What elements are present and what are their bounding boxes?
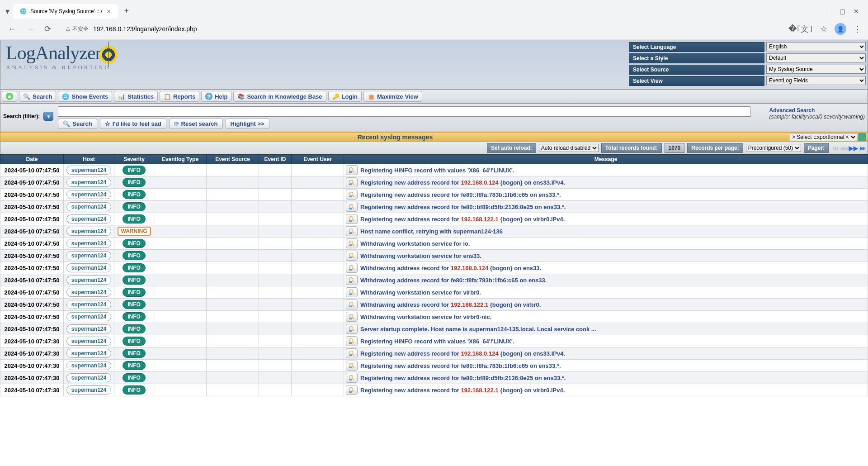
message-text[interactable]: Host name conflict, retrying with superm… (360, 228, 503, 235)
message-text[interactable]: Withdrawing workstation service for ens3… (360, 252, 481, 259)
col-severity[interactable]: Severity (114, 155, 154, 164)
language-select[interactable]: English (766, 42, 866, 51)
message-detail-icon[interactable] (346, 287, 358, 297)
severity-pill[interactable]: INFO (123, 239, 146, 248)
search-button[interactable]: 🔍Search (58, 119, 97, 129)
filter-toggle-button[interactable]: ▼ (43, 112, 53, 121)
severity-pill[interactable]: INFO (123, 288, 146, 297)
message-text[interactable]: Registering new address record for 192.1… (360, 387, 565, 394)
advanced-search-link[interactable]: Advanced Search (769, 107, 865, 114)
host-pill[interactable]: superman124 (66, 349, 111, 358)
menu-login[interactable]: 🔑Login (328, 91, 362, 102)
message-detail-icon[interactable] (346, 275, 358, 285)
message-detail-icon[interactable] (346, 373, 358, 383)
message-text[interactable]: Registering new address record for fe80:… (360, 204, 566, 210)
message-text[interactable]: Registering new address record for 192.1… (360, 350, 565, 357)
message-detail-icon[interactable] (346, 190, 358, 200)
host-pill[interactable]: superman124 (66, 300, 111, 309)
logo[interactable]: LogAnalyzer ANALYSIS & REPORTING (0, 40, 123, 73)
search-input[interactable] (58, 106, 750, 117)
host-pill[interactable]: superman124 (66, 190, 111, 199)
url-input[interactable]: ⚠ 不安全 192.168.0.123/loganalyzer/index.ph… (59, 23, 240, 36)
host-pill[interactable]: superman124 (66, 312, 111, 321)
severity-pill[interactable]: INFO (123, 276, 146, 285)
maximize-button[interactable]: ▢ (840, 8, 845, 15)
severity-pill[interactable]: INFO (123, 214, 146, 223)
host-pill[interactable]: superman124 (66, 178, 111, 187)
host-pill[interactable]: superman124 (66, 214, 111, 223)
pager-last-button[interactable]: ⏭ (859, 144, 867, 152)
severity-pill[interactable]: INFO (123, 385, 146, 395)
host-pill[interactable]: superman124 (66, 288, 111, 297)
message-text[interactable]: Withdrawing workstation service for lo. (360, 240, 470, 247)
bookmark-icon[interactable]: ☆ (820, 24, 827, 34)
menu-maximize[interactable]: ▣Maximize View (363, 91, 422, 102)
export-button[interactable] (858, 133, 866, 141)
message-detail-icon[interactable] (346, 336, 358, 346)
message-detail-icon[interactable] (346, 238, 358, 248)
insecure-icon[interactable]: ⚠ 不安全 (66, 25, 89, 33)
message-text[interactable]: Registering HINFO record with values 'X8… (360, 338, 514, 345)
col-eventlog-type[interactable]: Eventlog Type (154, 155, 207, 164)
message-text[interactable]: Withdrawing workstation service for virb… (360, 314, 491, 320)
feel-sad-button[interactable]: ☆I'd like to feel sad (100, 119, 166, 129)
message-text[interactable]: Registering HINFO record with values 'X8… (360, 167, 514, 174)
col-date[interactable]: Date (0, 155, 64, 164)
severity-pill[interactable]: INFO (123, 337, 146, 346)
status-button[interactable]: ● (2, 91, 17, 102)
highlight-button[interactable]: Highlight >> (226, 119, 269, 129)
severity-pill[interactable]: INFO (123, 300, 146, 309)
style-select[interactable]: Default (766, 53, 866, 62)
browser-tab[interactable]: 🌐 Source 'My Syslog Source' :: / × (13, 4, 118, 19)
message-detail-icon[interactable] (346, 263, 358, 273)
view-select[interactable]: EventLog Fields (766, 76, 866, 85)
new-tab-button[interactable]: + (120, 4, 134, 19)
menu-help[interactable]: ?Help (201, 91, 231, 102)
host-pill[interactable]: superman124 (66, 385, 111, 395)
message-detail-icon[interactable] (346, 251, 358, 261)
severity-pill[interactable]: INFO (123, 312, 146, 321)
translate-icon[interactable]: �｢文｣ (788, 24, 813, 34)
menu-reports[interactable]: 📋Reports (160, 91, 199, 102)
menu-statistics[interactable]: 📊Statistics (114, 91, 158, 102)
message-text[interactable]: Registering new address record for fe80:… (360, 375, 566, 381)
message-text[interactable]: Withdrawing address record for 192.168.0… (360, 265, 541, 271)
host-pill[interactable]: superman124 (66, 202, 111, 211)
source-select[interactable]: My Syslog Source (766, 65, 866, 74)
minimize-button[interactable]: — (825, 8, 831, 15)
message-detail-icon[interactable] (346, 385, 358, 395)
export-select[interactable]: > Select Exportformat < (790, 133, 857, 141)
message-detail-icon[interactable] (346, 324, 358, 334)
message-text[interactable]: Withdrawing workstation service for virb… (360, 289, 481, 296)
host-pill[interactable]: superman124 (66, 276, 111, 285)
menu-show-events[interactable]: 🌐Show Events (58, 91, 112, 102)
tab-list-button[interactable]: ▾ (4, 5, 11, 18)
severity-pill[interactable]: INFO (123, 324, 146, 333)
message-text[interactable]: Registering new address record for 192.1… (360, 216, 565, 223)
host-pill[interactable]: superman124 (66, 337, 111, 346)
host-pill[interactable]: superman124 (66, 263, 111, 272)
message-detail-icon[interactable] (346, 312, 358, 322)
pager-next-button[interactable]: ▶▶ (849, 144, 858, 152)
col-message[interactable]: Message (344, 155, 868, 164)
profile-button[interactable]: 👤 (835, 23, 846, 35)
menu-search[interactable]: 🔍Search (19, 91, 56, 102)
severity-pill[interactable]: INFO (123, 349, 146, 358)
host-pill[interactable]: superman124 (66, 324, 111, 333)
message-text[interactable]: Registering new address record for 192.1… (360, 179, 565, 186)
message-text[interactable]: Withdrawing address record for fe80::f8f… (360, 277, 547, 284)
severity-pill[interactable]: INFO (123, 166, 146, 175)
severity-pill[interactable]: INFO (123, 202, 146, 211)
back-button[interactable]: ← (6, 23, 18, 36)
auto-reload-select[interactable]: Auto reload disabled (539, 144, 599, 152)
severity-pill[interactable]: INFO (123, 251, 146, 260)
col-event-user[interactable]: Event User (292, 155, 344, 164)
host-pill[interactable]: superman124 (66, 251, 111, 260)
severity-pill[interactable]: INFO (123, 373, 146, 382)
severity-pill[interactable]: INFO (123, 263, 146, 272)
host-pill[interactable]: superman124 (66, 361, 111, 370)
col-event-source[interactable]: Event Source (207, 155, 259, 164)
host-pill[interactable]: superman124 (66, 373, 111, 382)
pager-prev-button[interactable]: ◀◀ (840, 144, 849, 152)
reset-button[interactable]: ⟳Reset search (169, 119, 223, 129)
